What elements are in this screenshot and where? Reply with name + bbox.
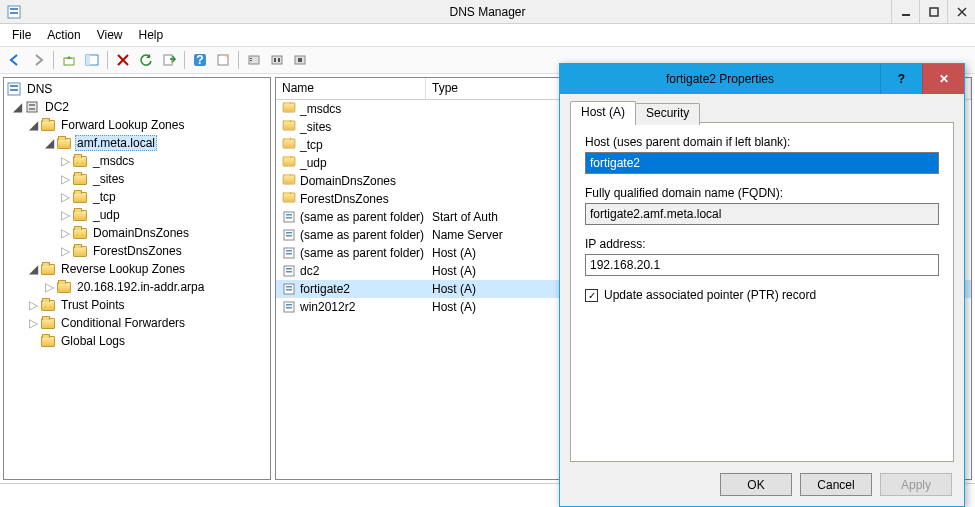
tree-node-label: Global Logs — [59, 334, 127, 348]
show-hide-tree-icon[interactable] — [81, 49, 103, 71]
folder-icon — [72, 207, 88, 223]
apply-button[interactable]: Apply — [880, 473, 952, 496]
toolbar-separator — [107, 51, 108, 69]
list-cell-type: Start of Auth — [432, 210, 498, 224]
tab-host-a[interactable]: Host (A) — [570, 101, 636, 123]
list-cell-name: (same as parent folder) — [300, 210, 424, 224]
list-cell-type: Host (A) — [432, 264, 476, 278]
ip-field[interactable] — [585, 254, 939, 276]
tree-node-label: _tcp — [91, 190, 118, 204]
host-field[interactable] — [585, 152, 939, 174]
dialog-close-button[interactable]: ✕ — [922, 64, 964, 94]
svg-rect-22 — [10, 89, 18, 91]
tree-zone-child[interactable]: ▷ DomainDnsZones — [4, 224, 270, 242]
expand-twisty-icon[interactable]: ▷ — [58, 154, 72, 168]
tree-zone-child[interactable]: ▷ _udp — [4, 206, 270, 224]
dns-record-icon — [282, 246, 296, 260]
svg-rect-8 — [164, 55, 172, 65]
expand-twisty-icon[interactable]: ▷ — [26, 316, 40, 330]
ptr-checkbox-label: Update associated pointer (PTR) record — [604, 288, 816, 302]
ip-field-label: IP address: — [585, 237, 939, 251]
list-cell-name: DomainDnsZones — [300, 174, 396, 188]
tree-server-dc2[interactable]: ◢ DC2 — [4, 98, 270, 116]
list-cell-name: ForestDnsZones — [300, 192, 389, 206]
expand-twisty-icon[interactable]: ▷ — [42, 280, 56, 294]
export-list-icon[interactable] — [158, 49, 180, 71]
svg-rect-36 — [286, 268, 292, 270]
expand-twisty-icon[interactable]: ▷ — [58, 190, 72, 204]
menu-view[interactable]: View — [89, 26, 131, 44]
delete-icon[interactable] — [112, 49, 134, 71]
tree-conditional-forwarders[interactable]: ▷ Conditional Forwarders — [4, 314, 270, 332]
svg-rect-15 — [272, 56, 282, 64]
column-header-name[interactable]: Name — [276, 78, 426, 99]
server-stop-icon[interactable] — [289, 49, 311, 71]
tree-zone-child[interactable]: ▷ ForestDnsZones — [4, 242, 270, 260]
tab-security[interactable]: Security — [635, 103, 700, 125]
collapse-twisty-icon[interactable]: ◢ — [10, 100, 24, 114]
collapse-twisty-icon[interactable]: ◢ — [26, 118, 40, 132]
menu-action[interactable]: Action — [39, 26, 88, 44]
help-icon[interactable]: ? — [189, 49, 211, 71]
expand-twisty-icon[interactable]: ▷ — [26, 298, 40, 312]
svg-rect-39 — [286, 286, 292, 288]
tree-zone-child[interactable]: ▷ _msdcs — [4, 152, 270, 170]
dialog-help-button[interactable]: ? — [880, 64, 922, 94]
tree-trust-points[interactable]: ▷ Trust Points — [4, 296, 270, 314]
expand-twisty-icon[interactable]: ▷ — [58, 226, 72, 240]
list-cell-name: (same as parent folder) — [300, 228, 424, 242]
list-cell-type: Host (A) — [432, 300, 476, 314]
svg-rect-43 — [286, 307, 292, 309]
collapse-twisty-icon[interactable]: ◢ — [26, 262, 40, 276]
folder-icon — [72, 225, 88, 241]
tree-flz[interactable]: ◢ Forward Lookup Zones — [4, 116, 270, 134]
dialog-titlebar[interactable]: fortigate2 Properties ? ✕ — [560, 64, 964, 94]
list-cell-type: Host (A) — [432, 246, 476, 260]
folder-icon — [56, 279, 72, 295]
list-cell-name: (same as parent folder) — [300, 246, 424, 260]
folder-icon — [282, 102, 296, 116]
dialog-title: fortigate2 Properties — [560, 72, 880, 86]
new-record-icon[interactable] — [212, 49, 234, 71]
tree-global-logs[interactable]: ▷ Global Logs — [4, 332, 270, 350]
tree-rlz-zone[interactable]: ▷ 20.168.192.in-addr.arpa — [4, 278, 270, 296]
tree-node-label: Trust Points — [59, 298, 127, 312]
tree-zone-child[interactable]: ▷ _tcp — [4, 188, 270, 206]
folder-icon — [40, 297, 56, 313]
server-pause-icon[interactable] — [266, 49, 288, 71]
expand-twisty-icon[interactable]: ▷ — [58, 172, 72, 186]
ok-button[interactable]: OK — [720, 473, 792, 496]
tree-node-label: _udp — [91, 208, 122, 222]
scope-tree[interactable]: DNS ◢ DC2 ◢ Forward Lookup Zones ◢ amf.m… — [3, 77, 271, 480]
ptr-checkbox[interactable]: ✓ — [585, 289, 598, 302]
menu-file[interactable]: File — [4, 26, 39, 44]
menu-help[interactable]: Help — [131, 26, 172, 44]
svg-rect-16 — [274, 58, 276, 62]
up-level-icon[interactable] — [58, 49, 80, 71]
list-cell-name: dc2 — [300, 264, 319, 278]
ptr-checkbox-row[interactable]: ✓ Update associated pointer (PTR) record — [585, 288, 939, 302]
collapse-twisty-icon[interactable]: ◢ — [42, 136, 56, 150]
list-cell-type: Host (A) — [432, 282, 476, 296]
window-title: DNS Manager — [0, 5, 975, 19]
svg-rect-40 — [286, 289, 292, 291]
tree-node-label: _sites — [91, 172, 126, 186]
tree-root-dns[interactable]: DNS — [4, 80, 270, 98]
forward-arrow-icon[interactable] — [27, 49, 49, 71]
server-start-icon[interactable] — [243, 49, 265, 71]
svg-rect-14 — [250, 60, 252, 61]
refresh-icon[interactable] — [135, 49, 157, 71]
dns-record-icon — [282, 210, 296, 224]
tree-zone-amf-meta-local[interactable]: ◢ amf.meta.local — [4, 134, 270, 152]
expand-twisty-icon[interactable]: ▷ — [58, 208, 72, 222]
folder-icon — [56, 135, 72, 151]
tree-zone-child[interactable]: ▷ _sites — [4, 170, 270, 188]
expand-twisty-icon[interactable]: ▷ — [58, 244, 72, 258]
tab-page-host-a: Host (uses parent domain if left blank):… — [570, 122, 954, 462]
toolbar-separator — [53, 51, 54, 69]
cancel-button[interactable]: Cancel — [800, 473, 872, 496]
svg-text:?: ? — [196, 53, 203, 67]
tree-rlz[interactable]: ◢ Reverse Lookup Zones — [4, 260, 270, 278]
tree-node-label: _msdcs — [91, 154, 136, 168]
back-arrow-icon[interactable] — [4, 49, 26, 71]
